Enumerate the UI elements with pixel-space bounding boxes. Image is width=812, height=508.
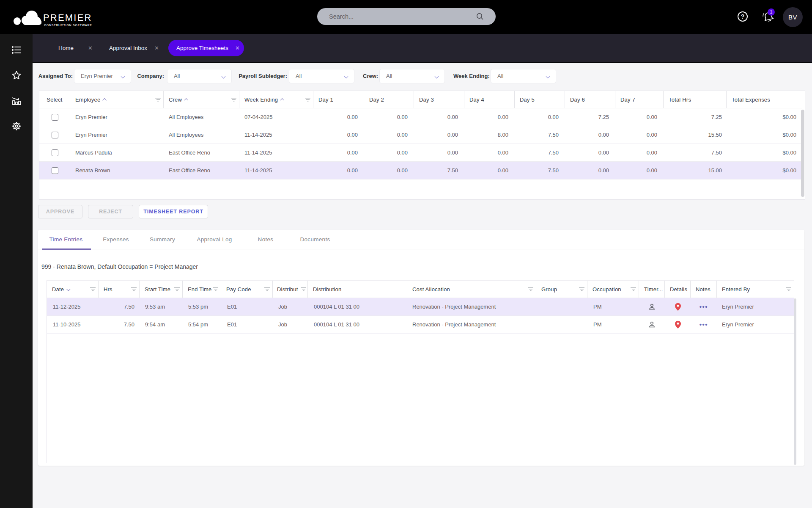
cell-total-hrs: 7.50 xyxy=(664,144,727,161)
timer-person-icon[interactable] xyxy=(648,320,656,329)
col-header-distribut[interactable]: Distribut xyxy=(273,281,308,298)
col-header-group[interactable]: Group xyxy=(536,281,587,298)
crew-select[interactable]: All xyxy=(379,69,445,83)
time-entry-row[interactable]: 11-10-2025 7.50 9:54 am 5:54 pm E01 Job … xyxy=(47,316,794,334)
col-header-occupation[interactable]: Occupation xyxy=(587,281,639,298)
scrollbar-thumb[interactable] xyxy=(801,110,804,197)
location-pin-icon[interactable] xyxy=(675,303,681,311)
filter-icon[interactable] xyxy=(131,287,137,291)
help-icon[interactable]: ? xyxy=(738,11,748,22)
reject-button[interactable]: REJECT xyxy=(88,205,133,218)
week-ending-value: All xyxy=(497,69,503,83)
company-select[interactable]: All xyxy=(167,69,232,83)
tab-approval-inbox[interactable]: Approval Inbox xyxy=(109,34,147,62)
tab-documents[interactable]: Documents xyxy=(300,230,330,249)
tab-time-entries[interactable]: Time Entries xyxy=(49,230,83,249)
tab-notes[interactable]: Notes xyxy=(258,230,274,249)
notes-dots-icon[interactable]: ••• xyxy=(700,303,708,310)
cell-day5: 7.50 xyxy=(515,144,565,161)
tab-home-close-icon[interactable]: ✕ xyxy=(88,34,93,62)
col-header-pay-code[interactable]: Pay Code xyxy=(221,281,273,298)
filter-icon[interactable] xyxy=(305,98,310,102)
timesheet-row[interactable]: Eryn Premier All Employees 11-14-2025 0.… xyxy=(39,126,802,144)
filter-icon[interactable] xyxy=(528,287,533,291)
col-header-start-time[interactable]: Start Time xyxy=(140,281,183,298)
col-header-label: Group xyxy=(541,286,557,293)
col-header-notes[interactable]: Notes xyxy=(691,281,717,298)
cell-occupation: PM xyxy=(587,316,639,333)
filter-icon[interactable] xyxy=(579,287,584,291)
filter-icon[interactable] xyxy=(231,98,236,102)
cell-crew: East Office Reno xyxy=(164,144,239,161)
timesheet-row[interactable]: Eryn Premier All Employees 07-04-2025 0.… xyxy=(39,108,802,126)
week-ending-select[interactable]: All xyxy=(491,69,556,83)
col-header-timer[interactable]: Timer... xyxy=(639,281,665,298)
tab-home[interactable]: Home xyxy=(58,34,74,62)
filter-icon[interactable] xyxy=(786,287,791,291)
col-header-crew[interactable]: Crew xyxy=(164,91,239,108)
col-header-details[interactable]: Details xyxy=(665,281,691,298)
tab-approval-inbox-close-icon[interactable]: ✕ xyxy=(154,34,159,62)
filter-icon[interactable] xyxy=(90,287,96,291)
tab-approve-timesheets-close-icon[interactable]: ✕ xyxy=(235,40,240,56)
approve-button[interactable]: APPROVE xyxy=(38,205,82,218)
table-vertical-scrollbar[interactable] xyxy=(801,110,804,197)
assigned-to-select[interactable]: Eryn Premier xyxy=(74,69,131,83)
col-header-day6[interactable]: Day 6 xyxy=(565,91,615,108)
row-checkbox[interactable] xyxy=(52,167,58,174)
notifications-button[interactable]: 1 xyxy=(761,9,776,25)
col-header-total-hrs[interactable]: Total Hrs xyxy=(664,91,727,108)
tab-expenses[interactable]: Expenses xyxy=(103,230,129,249)
col-header-end-time[interactable]: End Time xyxy=(183,281,221,298)
col-header-date[interactable]: Date xyxy=(47,281,99,298)
tab-approve-timesheets[interactable]: Approve Timesheets ✕ xyxy=(168,40,244,56)
col-header-week-ending[interactable]: Week Ending xyxy=(239,91,313,108)
col-header-day1[interactable]: Day 1 xyxy=(313,91,364,108)
payroll-subledger-select[interactable]: All xyxy=(289,69,354,83)
filter-icon[interactable] xyxy=(174,287,180,291)
timesheet-report-button[interactable]: TIMESHEET REPORT xyxy=(139,205,208,218)
location-pin-icon[interactable] xyxy=(675,320,681,329)
col-header-day7[interactable]: Day 7 xyxy=(615,91,664,108)
filter-icon[interactable] xyxy=(264,287,270,291)
brand-title: PREMIER xyxy=(43,12,92,23)
col-header-day4[interactable]: Day 4 xyxy=(464,91,515,108)
timesheet-row[interactable]: Marcus Padula East Office Reno 11-14-202… xyxy=(39,144,802,162)
filter-icon[interactable] xyxy=(155,98,161,102)
col-header-day2[interactable]: Day 2 xyxy=(364,91,414,108)
col-header-day3[interactable]: Day 3 xyxy=(414,91,464,108)
filter-icon[interactable] xyxy=(631,287,636,291)
avatar[interactable]: BV xyxy=(783,7,803,27)
favorites-star-icon[interactable] xyxy=(11,70,22,81)
cell-day5: 0.00 xyxy=(515,108,565,126)
col-header-cost-allocation[interactable]: Cost Allocation xyxy=(407,281,536,298)
cell-week-ending: 11-14-2025 xyxy=(239,162,313,179)
col-header-entered-by[interactable]: Entered By xyxy=(717,281,794,298)
col-header-day5[interactable]: Day 5 xyxy=(515,91,565,108)
row-checkbox[interactable] xyxy=(52,132,58,138)
reports-chart-icon[interactable] xyxy=(11,95,22,106)
filter-icon[interactable] xyxy=(301,287,306,291)
timesheets-table: Select Employee Crew Week Ending Day 1 D… xyxy=(39,91,805,200)
time-entry-row-selected[interactable]: 11-12-2025 7.50 9:53 am 5:53 pm E01 Job … xyxy=(47,298,794,316)
filter-icon[interactable] xyxy=(213,287,218,291)
notes-dots-icon[interactable]: ••• xyxy=(700,321,708,328)
col-header-distribution[interactable]: Distribution xyxy=(308,281,407,298)
timesheet-row-selected[interactable]: Renata Brown East Office Reno 11-14-2025… xyxy=(39,162,802,179)
tab-summary[interactable]: Summary xyxy=(150,230,175,249)
col-header-total-expenses[interactable]: Total Expenses xyxy=(727,91,802,108)
tab-approval-log[interactable]: Approval Log xyxy=(197,230,232,249)
col-header-employee[interactable]: Employee xyxy=(70,91,164,108)
search-icon[interactable] xyxy=(476,13,484,20)
tab-approve-timesheets-label: Approve Timesheets xyxy=(176,40,228,56)
cell-notes: ••• xyxy=(691,316,717,333)
cell-day3: 0.00 xyxy=(414,126,464,144)
row-checkbox[interactable] xyxy=(52,114,58,121)
settings-gear-icon[interactable] xyxy=(11,121,22,132)
timer-person-icon[interactable] xyxy=(648,303,656,311)
search-input[interactable]: Search... xyxy=(317,8,496,25)
menu-list-icon[interactable] xyxy=(11,44,22,55)
col-header-hrs[interactable]: Hrs xyxy=(99,281,140,298)
row-checkbox[interactable] xyxy=(52,149,58,156)
cell-date: 11-10-2025 xyxy=(47,316,99,333)
